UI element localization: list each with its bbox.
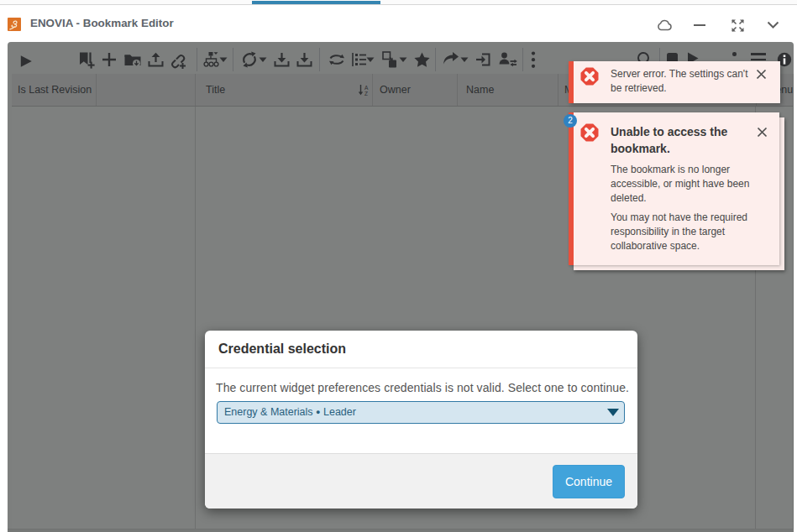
svg-text:A: A xyxy=(364,85,369,91)
svg-text:Z: Z xyxy=(364,91,368,96)
